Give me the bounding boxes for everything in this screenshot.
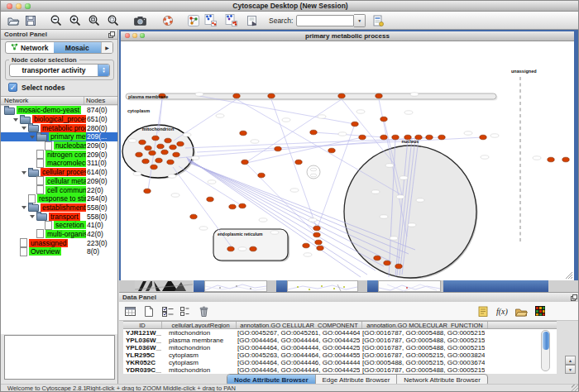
apply-layout-red-icon[interactable] [224, 13, 238, 27]
inner-close-button[interactable] [125, 33, 130, 38]
network-canvas[interactable]: plasma membrane cytoplasm mitochondrion … [121, 41, 574, 280]
background-window-art [135, 280, 193, 292]
network-view-titlebar[interactable]: primary metabolic process [121, 31, 574, 41]
disclosure-triangle-icon[interactable] [21, 168, 28, 176]
disclosure-triangle-icon[interactable] [29, 186, 36, 194]
tree-node-count: 209(0) [86, 141, 117, 150]
disclosure-triangle-icon[interactable] [37, 221, 45, 229]
search-input[interactable] [296, 15, 354, 26]
attribute-table-header[interactable]: ID _cellularLayoutRegion annotation.GO C… [123, 321, 557, 329]
tree-row[interactable]: cellular metabo 209(0) [1, 177, 117, 186]
background-window-preview[interactable] [378, 280, 441, 292]
import-table-icon[interactable] [371, 13, 385, 27]
select-nodes-checkbox[interactable]: ✓ [8, 83, 17, 92]
tree-row[interactable]: mosaic-demo-yeast 874(0) [1, 106, 117, 115]
disclosure-triangle-icon[interactable] [29, 132, 36, 141]
background-window-titlebar[interactable] [194, 280, 204, 292]
open-session-icon[interactable] [6, 13, 20, 27]
select-all-attributes-icon[interactable] [160, 304, 175, 318]
background-window-titlebar[interactable] [276, 280, 287, 292]
zoom-button[interactable] [25, 3, 31, 9]
new-attribute-icon[interactable] [141, 304, 156, 318]
attribute-table-row[interactable]: YJR121W__1 mitochondrion [GO:0045267, GO… [123, 329, 557, 337]
zoom-selected-icon[interactable] [106, 13, 120, 27]
tab-overflow-arrow-icon[interactable]: ▶ [101, 42, 112, 53]
tab-mosaic[interactable]: Mosaic [54, 42, 102, 53]
tree-row[interactable]: multi-organism pro 42(0) [1, 230, 117, 239]
matrix-view-icon[interactable] [533, 304, 547, 318]
tree-node-label: Overview [29, 247, 61, 256]
disclosure-triangle-icon[interactable] [21, 194, 28, 203]
minimize-button[interactable] [16, 3, 22, 9]
float-panel-icon[interactable] [108, 31, 115, 41]
import-attributes-icon[interactable] [514, 304, 528, 318]
tree-row[interactable]: macromolecule 311(0) [1, 159, 117, 168]
create-network-icon[interactable] [186, 13, 200, 27]
disclosure-triangle-icon[interactable] [29, 177, 36, 185]
window-resize-grip-icon[interactable] [572, 385, 579, 392]
tree-row[interactable]: unassigned 223(0) [1, 238, 117, 247]
export-network-icon[interactable] [245, 13, 259, 27]
node-color-dropdown[interactable]: transporter activity ▲▼ [9, 64, 110, 77]
help-icon[interactable] [160, 13, 175, 27]
disclosure-triangle-icon[interactable] [37, 141, 45, 150]
disclosure-triangle-icon[interactable] [29, 159, 36, 167]
background-windows-strip[interactable] [119, 280, 579, 292]
tree-row[interactable]: metabolic process 280(0) [1, 123, 117, 132]
endoplasmic-reticulum-label: endoplasmic reticulum [218, 232, 263, 237]
apply-layout-blue-icon[interactable] [203, 13, 218, 27]
disclosure-triangle-icon[interactable] [29, 151, 36, 159]
unselect-all-attributes-icon[interactable] [178, 304, 192, 318]
snapshot-icon[interactable] [133, 13, 147, 27]
attribute-table-row[interactable]: YPL036W__2 plasma membrane [GO:0044464, … [123, 337, 557, 344]
formula-builder-icon[interactable]: f(x) [495, 304, 509, 318]
attribute-table-row[interactable]: YKR052C cytoplasm [GO:0044464, GO:004444… [123, 359, 557, 366]
zoom-in-icon[interactable] [68, 13, 82, 27]
tree-row[interactable]: secretion 41(0) [1, 221, 117, 230]
background-window-preview[interactable] [287, 280, 358, 292]
birds-eye-view[interactable] [4, 335, 115, 380]
save-session-icon[interactable] [23, 13, 37, 27]
inner-minimize-button[interactable] [132, 33, 137, 38]
tree-row[interactable]: transport 558(0) [1, 212, 117, 221]
tree-row[interactable]: biological_process 651(0) [1, 115, 117, 124]
disclosure-triangle-icon[interactable] [29, 230, 36, 238]
disclosure-triangle-icon[interactable] [21, 124, 28, 132]
tree-row[interactable]: Overview 8(0) [1, 247, 117, 256]
scrollbar-thumb[interactable] [543, 332, 549, 350]
tree-row[interactable]: establishment of lo 558(0) [1, 203, 117, 213]
tree-row[interactable]: primary metabo 209(... [1, 132, 117, 141]
canvas-resize-grip-icon[interactable] [566, 272, 572, 279]
attribute-table-row[interactable]: YDR039C__1 mitochondrion [GO:0044464, GO… [123, 366, 557, 374]
background-window-titlebar[interactable] [367, 280, 378, 292]
tree-row[interactable]: cellular process 614(0) [1, 168, 117, 177]
select-attributes-icon[interactable] [123, 304, 137, 318]
scroll-up-icon[interactable]: ▲ [565, 356, 576, 365]
scroll-down-icon[interactable]: ▼ [565, 365, 576, 374]
tree-row[interactable]: cell communicat 22(0) [1, 185, 117, 194]
disclosure-triangle-icon[interactable] [12, 239, 20, 247]
app-titlebar[interactable]: Cytoscape Desktop (New Session) [1, 1, 579, 12]
table-scrollbar[interactable] [541, 330, 550, 371]
inner-zoom-button[interactable] [140, 33, 145, 38]
delete-attribute-icon[interactable] [197, 304, 211, 318]
zoom-out-icon[interactable] [49, 13, 63, 27]
close-button[interactable] [7, 3, 12, 9]
disclosure-triangle-icon[interactable] [29, 213, 36, 221]
attribute-notes-icon[interactable] [476, 304, 490, 318]
background-window-preview[interactable] [204, 280, 267, 292]
search-dropdown-arrow-icon[interactable]: ▼ [354, 14, 366, 27]
zoom-fit-icon[interactable] [87, 13, 101, 27]
background-window-titlebar[interactable] [443, 280, 548, 292]
attribute-table-row[interactable]: YLR295C cytoplasm [GO:0045263, GO:004446… [123, 351, 557, 359]
disclosure-triangle-icon[interactable] [21, 203, 28, 212]
tree-row[interactable]: response to stimulu 264(0) [1, 194, 117, 203]
tree-row[interactable]: nitrogen compo 209(0) [1, 150, 117, 159]
disclosure-triangle-icon[interactable] [12, 247, 20, 256]
tree-row[interactable]: nucleobase- 209(0) [1, 141, 117, 151]
tab-network[interactable]: Network [6, 42, 54, 53]
tree-node-label: nitrogen compo [45, 151, 86, 159]
disclosure-triangle-icon[interactable] [12, 115, 20, 123]
tree-node-icon [20, 117, 31, 124]
attribute-table-row[interactable]: YPL036W__1 mitochondrion [GO:0044464, GO… [123, 344, 557, 351]
